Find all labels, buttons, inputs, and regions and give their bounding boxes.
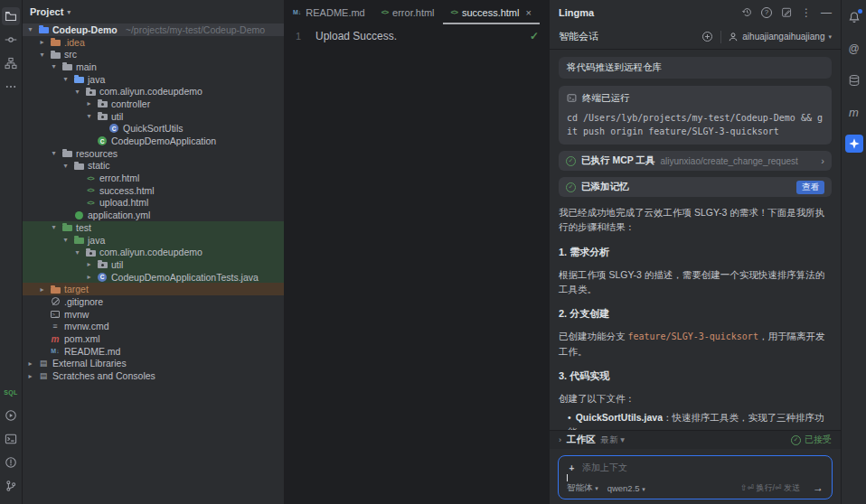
chevron-collapsed-icon[interactable]: ▸ (38, 38, 46, 46)
notifications-icon[interactable] (845, 8, 863, 26)
version-control-icon[interactable] (2, 477, 20, 495)
tree-item-success-html[interactable]: <>success.html (23, 184, 284, 197)
tree-item-application-yml[interactable]: application.yml (23, 209, 284, 221)
database-icon[interactable] (845, 71, 863, 89)
commit-icon[interactable] (2, 31, 20, 49)
chevron-down-icon[interactable]: ▾ (67, 8, 71, 16)
new-session-plus-icon[interactable] (700, 30, 714, 44)
tab-success-html[interactable]: <>success.html× (443, 0, 540, 24)
add-context-plus-icon[interactable]: + (567, 463, 577, 473)
structure-icon[interactable] (2, 54, 20, 72)
terminal-run-card[interactable]: 终端已运行cd /Users/lyb/projects/my-test/Code… (559, 86, 832, 145)
new-chat-icon[interactable] (779, 5, 794, 20)
lingma-panel: Lingma ?⋮— 智能会话 aihuajiangaihuajiang ▾ 将… (547, 0, 841, 504)
tree-item-codeupdemoapplication[interactable]: CCodeupDemoApplication (23, 135, 284, 147)
tree-item-resources[interactable]: ▾resources (23, 147, 284, 160)
problems-icon[interactable] (2, 453, 20, 471)
chevron-expanded-icon[interactable]: ▾ (73, 248, 81, 257)
html-icon: <> (85, 174, 96, 182)
project-panel-header[interactable]: Project ▾ (23, 0, 284, 23)
maven-icon[interactable]: m (845, 103, 863, 121)
tree-item-codeup-demo[interactable]: ▾Codeup-Demo~/projects/my-test/Codeup-De… (23, 23, 284, 36)
tree-item-mvnw-cmd[interactable]: ≡mvnw.cmd (23, 321, 284, 333)
close-icon[interactable]: × (525, 7, 531, 18)
chevron-expanded-icon[interactable]: ▾ (38, 51, 46, 59)
tree-item--idea[interactable]: ▸.idea (23, 36, 284, 49)
chevron-expanded-icon[interactable]: ▾ (85, 112, 93, 120)
chevron-expanded-icon[interactable]: ▾ (50, 149, 58, 157)
tree-item-java[interactable]: ▾java (23, 234, 284, 247)
folder-icon (73, 162, 84, 170)
tree-item-mvnw[interactable]: >_mvnw (23, 308, 284, 321)
tree-item-readme-md[interactable]: M↓README.md (23, 345, 284, 358)
more-icon[interactable] (2, 78, 20, 96)
status-row[interactable]: ✓已执行 MCP 工具aliyunxiao/create_change_requ… (559, 151, 832, 171)
tree-item-error-html[interactable]: <>error.html (23, 172, 284, 184)
user-account-menu[interactable]: aihuajiangaihuajiang ▾ (728, 32, 832, 42)
lingma-icon[interactable] (845, 135, 863, 153)
tree-item-controller[interactable]: ▸controller (23, 98, 284, 110)
tree-item-com-aliyun-codeupdemo[interactable]: ▾com.aliyun.codeupdemo (23, 246, 284, 258)
tab-smart-session[interactable]: 智能会话 (559, 30, 693, 43)
inspections-ok-icon: ✓ (530, 30, 539, 42)
chevron-expanded-icon[interactable]: ▾ (61, 236, 70, 244)
tab-readme-md[interactable]: M↓README.md (285, 0, 373, 24)
tree-item-label: mvnw (64, 309, 89, 320)
chevron-collapsed-icon[interactable]: ▸ (85, 273, 93, 281)
tree-item-label: util (111, 259, 123, 270)
status-row[interactable]: ✓已添加记忆查看 (559, 177, 832, 197)
mentions-icon[interactable]: @ (845, 40, 863, 58)
terminal-icon[interactable] (2, 430, 20, 448)
minimize-icon[interactable]: — (819, 5, 833, 20)
chevron-down-icon: ▾ (828, 33, 832, 41)
sql-icon[interactable]: SQL (2, 383, 20, 401)
tree-item-src[interactable]: ▾src (23, 48, 284, 61)
ignored-icon (50, 297, 61, 305)
help-icon[interactable]: ? (759, 5, 774, 20)
add-context-label[interactable]: 添加上下文 (582, 462, 627, 474)
agent-selector[interactable]: 智能体 ▾ (567, 482, 598, 494)
editor-content[interactable]: 1 Upload Success. ✓ (285, 24, 547, 504)
kebab-icon[interactable]: ⋮ (799, 5, 814, 20)
tree-item-java[interactable]: ▾java (23, 73, 284, 86)
class-test-icon: C (97, 273, 108, 282)
workspace-label[interactable]: 工作区 (567, 434, 596, 446)
project-view-icon[interactable] (2, 7, 20, 25)
chevron-collapsed-icon[interactable]: ▸ (26, 372, 34, 380)
history-icon[interactable] (739, 5, 754, 20)
chevron-expanded-icon[interactable]: ▾ (61, 75, 70, 83)
chevron-expanded-icon[interactable]: ▾ (50, 62, 58, 70)
workspace-version-dropdown[interactable]: 最新 ▾ (601, 434, 625, 446)
model-selector[interactable]: qwen2.5 ▾ (607, 483, 645, 493)
chevron-collapsed-icon[interactable]: ▸ (38, 285, 46, 294)
tree-item-codeupdemoapplicationtests-java[interactable]: ▸CCodeupDemoApplicationTests.java (23, 271, 284, 284)
chevron-collapsed-icon[interactable]: ▸ (85, 260, 93, 268)
tree-item-upload-html[interactable]: <>upload.html (23, 197, 284, 210)
chevron-collapsed-icon[interactable]: ▸ (85, 99, 93, 107)
view-button[interactable]: 查看 (796, 181, 824, 194)
chevron-expanded-icon[interactable]: ▾ (73, 88, 81, 96)
tree-item-util[interactable]: ▾util (23, 110, 284, 123)
tree-item-static[interactable]: ▾static (23, 160, 284, 173)
chevron-collapsed-icon[interactable]: › (559, 435, 561, 444)
chevron-expanded-icon[interactable]: ▾ (61, 162, 70, 170)
chevron-right-icon[interactable]: › (821, 155, 824, 166)
tree-item-external-libraries[interactable]: ▸▤External Libraries (23, 358, 284, 370)
chat-input[interactable]: + 添加上下文 智能体 ▾ qwen2.5 ▾ ⇧⏎ 换行/⏎ 发送 → (558, 455, 833, 499)
chevron-expanded-icon[interactable]: ▾ (50, 223, 58, 231)
tree-item-util[interactable]: ▸util (23, 258, 284, 271)
tree-item-quicksortutils[interactable]: CQuickSortUtils (23, 123, 284, 135)
tree-item-pom-xml[interactable]: mpom.xml (23, 332, 284, 345)
chevron-collapsed-icon[interactable]: ▸ (26, 359, 34, 368)
services-icon[interactable] (2, 406, 20, 425)
tree-item-com-aliyun-codeupdemo[interactable]: ▾com.aliyun.codeupdemo (23, 85, 284, 98)
send-button-icon[interactable]: → (813, 481, 824, 494)
libraries-icon: ▤ (38, 359, 49, 368)
tree-item-scratches-and-consoles[interactable]: ▸▤Scratches and Consoles (23, 369, 284, 382)
tree-item-main[interactable]: ▾main (23, 61, 284, 73)
chevron-expanded-icon[interactable]: ▾ (26, 25, 34, 33)
tab-error-html[interactable]: <>error.html (373, 0, 443, 24)
tree-item-target[interactable]: ▸target (23, 283, 284, 295)
tree-item-test[interactable]: ▾test (23, 221, 284, 234)
tree-item--gitignore[interactable]: .gitignore (23, 295, 284, 308)
